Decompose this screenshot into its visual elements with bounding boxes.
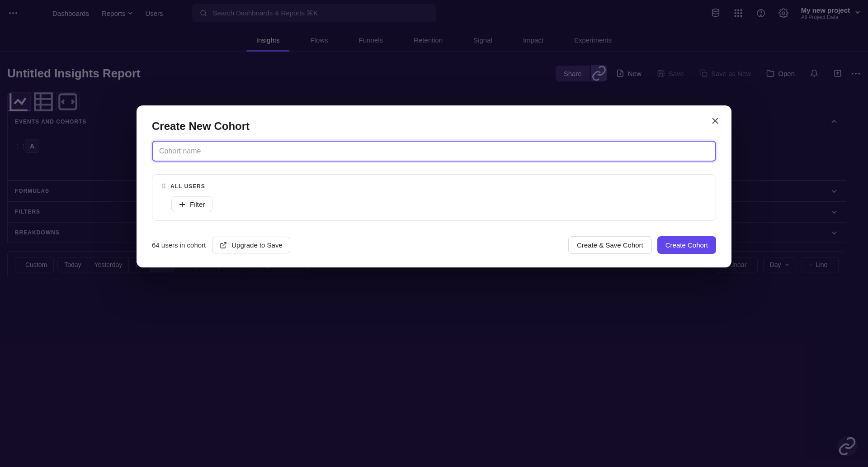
group-title: ALL USERS (170, 183, 205, 190)
create-cohort-modal: Create New Cohort ⠿ ALL USERS Filter 64 … (137, 105, 731, 267)
upgrade-to-save-button[interactable]: Upgrade to Save (212, 237, 290, 253)
cohort-name-input[interactable] (152, 141, 716, 162)
drag-handle-icon[interactable]: ⠿ (161, 183, 165, 190)
close-icon[interactable] (710, 115, 721, 126)
external-link-icon (220, 242, 227, 249)
modal-footer: 64 users in cohort Upgrade to Save Creat… (152, 236, 716, 254)
plus-icon (179, 201, 185, 208)
filter-label: Filter (190, 200, 205, 208)
cohort-group: ⠿ ALL USERS Filter (152, 174, 716, 221)
modal-title: Create New Cohort (152, 120, 716, 133)
add-filter-button[interactable]: Filter (171, 196, 212, 212)
create-save-cohort-button[interactable]: Create & Save Cohort (568, 236, 652, 254)
upgrade-label: Upgrade to Save (231, 241, 283, 249)
cohort-user-count: 64 users in cohort (152, 241, 206, 249)
create-cohort-button[interactable]: Create Cohort (657, 236, 716, 254)
